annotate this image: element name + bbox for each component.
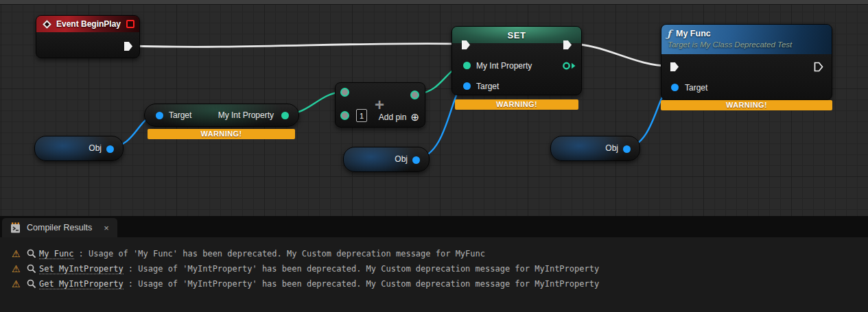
compiler-warning-row: ⚠ Set MyIntProperty : Usage of 'MyIntPro… [12, 261, 868, 276]
node-subtitle: Target is My Class Deprecated Test [668, 40, 826, 49]
warning-banner: WARNING! [455, 99, 578, 110]
value-output-ref-pin[interactable] [562, 62, 576, 70]
target-input-pin[interactable] [156, 112, 163, 119]
pin-label: Target [169, 110, 191, 120]
exec-output-pin[interactable] [124, 41, 133, 51]
compiler-results-panel: Compiler Results × ⚠ My Func : Usage of … [0, 216, 868, 312]
tab-label: Compiler Results [27, 223, 92, 232]
pin-label: My Int Property [476, 61, 532, 71]
exec-wire-set-to-myfunc [570, 44, 668, 66]
tab-compiler-results[interactable]: Compiler Results × [2, 218, 117, 237]
add-input-pin-a[interactable] [340, 88, 349, 97]
target-input-pin[interactable] [463, 82, 471, 90]
node-obj-variable[interactable]: Obj [550, 136, 640, 161]
value-output-pin[interactable] [281, 112, 289, 119]
exec-output-pin[interactable] [814, 62, 823, 72]
object-output-pin[interactable] [623, 145, 631, 153]
exec-input-pin[interactable] [461, 40, 471, 50]
add-input-pin-b[interactable] [340, 111, 349, 120]
message-text: : Usage of 'MyIntProperty' has been depr… [128, 264, 599, 274]
node-my-func[interactable]: ƒ My Func Target is My Class Deprecated … [661, 24, 832, 100]
function-icon: ƒ [667, 28, 671, 39]
variable-label: Obj [89, 143, 102, 153]
event-beginplay-header: Event BeginPlay [36, 16, 139, 32]
node-add[interactable]: 1 + Add pin ⊕ [335, 82, 425, 128]
node-title: My Func [676, 29, 711, 38]
object-output-pin[interactable] [412, 156, 420, 164]
graph-canvas[interactable]: Event BeginPlay Target My Int Property W… [0, 0, 868, 216]
search-icon[interactable] [27, 264, 36, 274]
pin-label: Target [685, 83, 707, 93]
node-hyperlink[interactable]: Get MyIntProperty [39, 279, 124, 289]
compiler-warning-row: ⚠ Get MyIntProperty : Usage of 'MyIntPro… [12, 276, 868, 291]
no-loop-icon [126, 20, 134, 28]
my-func-header: ƒ My Func Target is My Class Deprecated … [661, 25, 832, 54]
exec-wire-beginplay-to-set [133, 43, 461, 47]
variable-label: Obj [395, 154, 408, 164]
compiler-results-icon [10, 222, 21, 233]
add-output-pin[interactable] [410, 91, 419, 99]
node-obj-variable[interactable]: Obj [343, 147, 430, 172]
add-pin-control[interactable]: Add pin ⊕ [379, 112, 419, 122]
node-set-my-int-property[interactable]: SET My Int Property Target [451, 26, 582, 95]
message-text: : Usage of 'MyIntProperty' has been depr… [128, 279, 599, 289]
search-icon[interactable] [27, 249, 36, 259]
target-input-pin[interactable] [671, 84, 679, 91]
compiler-warning-row: ⚠ My Func : Usage of 'My Func' has been … [12, 246, 868, 261]
warning-icon: ⚠ [12, 263, 27, 274]
node-hyperlink[interactable]: Set MyIntProperty [39, 264, 124, 274]
set-header: SET [452, 27, 581, 43]
warning-banner: WARNING! [661, 100, 832, 110]
warning-icon: ⚠ [12, 248, 27, 259]
node-get-my-int-property[interactable]: Target My Int Property [144, 104, 299, 127]
pin-label: Target [476, 82, 499, 91]
message-text: : Usage of 'My Func' has been deprecated… [79, 249, 485, 259]
node-obj-variable[interactable]: Obj [34, 136, 124, 161]
literal-value-field[interactable]: 1 [356, 109, 367, 122]
variable-label: Obj [605, 143, 618, 153]
plus-operator-icon: + [375, 98, 384, 112]
event-icon [43, 20, 51, 29]
exec-input-pin[interactable] [670, 62, 679, 72]
node-event-beginplay[interactable]: Event BeginPlay [36, 15, 140, 58]
close-icon[interactable]: × [104, 223, 109, 233]
value-input-pin[interactable] [463, 62, 471, 69]
add-pin-label: Add pin [379, 112, 407, 122]
exec-output-pin[interactable] [563, 40, 572, 50]
warning-icon: ⚠ [12, 278, 27, 289]
warning-banner: WARNING! [148, 129, 295, 139]
add-pin-icon[interactable]: ⊕ [410, 112, 419, 122]
pin-label: My Int Property [218, 110, 274, 120]
node-title: Event BeginPlay [56, 19, 121, 29]
search-icon[interactable] [27, 279, 36, 289]
node-hyperlink[interactable]: My Func [39, 249, 74, 259]
compiler-messages-list: ⚠ My Func : Usage of 'My Func' has been … [0, 237, 868, 312]
object-output-pin[interactable] [106, 145, 114, 153]
panel-tab-bar: Compiler Results × [0, 216, 868, 237]
blueprint-editor: Event BeginPlay Target My Int Property W… [0, 0, 868, 312]
